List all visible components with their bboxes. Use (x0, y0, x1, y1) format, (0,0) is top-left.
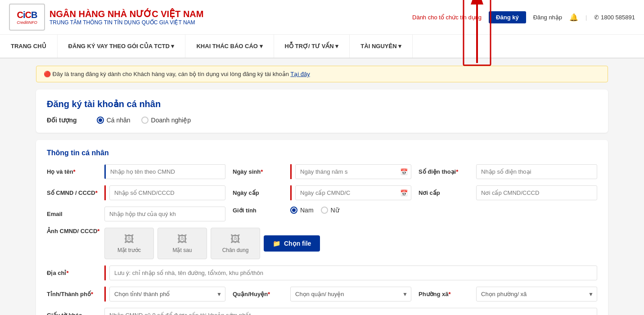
phone-label: ✆ 1800 585891 (594, 14, 635, 21)
ngay-sinh-input-wrapper: 📅 (290, 164, 411, 179)
chan-dung-box[interactable]: 🖼 Chân dung (211, 228, 260, 259)
quan-huyen-label: Quận/Huyện* (233, 291, 287, 297)
nav-ho-tro[interactable]: HỖ TRỢ/ TƯ VẤN ▾ (274, 35, 350, 58)
registration-card: Đăng ký tài khoản cá nhân Đối tượng Cá n… (36, 90, 608, 133)
main-content: 🔴 Đây là trang đăng ký dành cho Khách hà… (0, 58, 644, 315)
img-boxes: 🖼 Mặt trước 🖼 Mặt sau 🖼 Chân dung 📁 Chọn… (104, 228, 320, 259)
bank-sub: TRUNG TÂM THÔNG TIN TÍN DỤNG QUỐC GIA VI… (50, 19, 203, 26)
ngay-sinh-group: Ngày sinh* 📅 (233, 164, 411, 179)
logo-area: CiCB CreditINFO NGÂN HÀNG NHÀ NƯỚC VIỆT … (9, 4, 203, 31)
header-top: CiCB CreditINFO NGÂN HÀNG NHÀ NƯỚC VIỆT … (0, 0, 644, 35)
radio-nu-circle (321, 207, 328, 214)
ho-ten-input[interactable] (104, 164, 225, 179)
quan-huyen-select[interactable]: Chọn quận/ huyện (290, 287, 411, 302)
row-2: Số CMND / CCCD* Ngày cấp 📅 Nơi cấp (47, 185, 597, 200)
radio-nam-circle (290, 207, 297, 214)
tinh-tp-select-wrapper: Chọn tỉnh/ thành phố ▼ (104, 287, 225, 302)
email-group: Email (47, 207, 225, 221)
doi-tuong-label: Đối tượng (47, 117, 77, 124)
tinh-tp-group: Tỉnh/Thành phố* Chọn tỉnh/ thành phố ▼ (47, 287, 225, 302)
nav-trang-chu[interactable]: TRANG CHỦ (0, 35, 58, 58)
nav-tai-nguyen[interactable]: TÀI NGUYÊN ▾ (350, 35, 413, 58)
so-cmnd-input[interactable] (109, 185, 225, 200)
chan-dung-icon: 🖼 (230, 234, 240, 245)
noi-cap-label: Nơi cấp (419, 189, 473, 196)
so-dt-input-wrapper (476, 164, 597, 179)
row-3: Email Giới tính Nam Nữ (47, 207, 597, 221)
navbar: TRANG CHỦ ĐĂNG KÝ VAY THEO GÓI CỦA TCTD … (0, 35, 644, 58)
mat-truoc-icon: 🖼 (124, 234, 134, 245)
giay-to-khac-input[interactable] (104, 308, 597, 315)
radio-nu[interactable]: Nữ (321, 207, 339, 214)
mat-truoc-label: Mặt trước (117, 247, 141, 253)
giay-to-khac-row: Giấy tờ khác (47, 308, 597, 315)
ho-ten-label: Họ và tên* (47, 168, 101, 175)
email-input-wrapper (104, 207, 225, 221)
folder-icon: 📁 (273, 240, 280, 247)
dia-chi-input-wrapper (104, 266, 597, 280)
notice-link[interactable]: Tại đây (290, 71, 310, 77)
ngay-cap-calendar-icon[interactable]: 📅 (400, 189, 408, 197)
chan-dung-label: Chân dung (222, 247, 249, 253)
ngay-sinh-input[interactable] (295, 164, 411, 179)
form-title: Đăng ký tài khoản cá nhân (47, 99, 597, 109)
phuong-xa-label: Phường xã* (419, 291, 473, 297)
gioi-tinh-options: Nam Nữ (290, 207, 339, 214)
section-title: Thông tin cá nhân (47, 149, 597, 157)
radio-ca-nhan-circle (97, 117, 104, 124)
so-cmnd-input-wrapper (104, 185, 225, 200)
giay-to-khac-group: Giấy tờ khác (47, 308, 597, 315)
mat-sau-label: Mặt sau (172, 247, 192, 253)
email-input[interactable] (104, 207, 225, 221)
chon-file-button[interactable]: 📁 Chọn file (264, 235, 320, 252)
logo-box: CiCB CreditINFO (9, 4, 45, 31)
doanh-nghiep-label: Doanh nghiệp (151, 117, 191, 124)
radio-doanh-nghiep-circle (141, 117, 149, 124)
dangky-button[interactable]: Đăng ký (489, 11, 526, 23)
so-dt-input[interactable] (476, 164, 597, 179)
ho-ten-input-wrapper (104, 164, 225, 179)
danh-cho-label: Dành cho tổ chức tín dụng (412, 14, 482, 21)
header-right: Dành cho tổ chức tín dụng Đăng ký Đăng n… (412, 11, 635, 23)
phuong-xa-select[interactable]: Chọn phường/ xã (476, 287, 597, 302)
noi-cap-group: Nơi cấp (419, 185, 597, 200)
dia-chi-input[interactable] (109, 266, 597, 280)
ngay-cap-input[interactable] (295, 185, 411, 200)
notice-text: 🔴 Đây là trang đăng ký dành cho Khách hà… (44, 71, 290, 77)
so-dt-group: Số điện thoại* (419, 164, 597, 179)
creditinfo-label: CreditINFO (17, 20, 37, 25)
nav-khai-thac[interactable]: KHAI THÁC BÁO CÁO ▾ (185, 35, 274, 58)
ca-nhan-label: Cá nhân (107, 117, 131, 124)
ngay-cap-group: Ngày cấp 📅 (233, 185, 411, 200)
quan-huyen-select-wrapper: Chọn quận/ huyện ▼ (290, 287, 411, 302)
doi-tuong-row: Đối tượng Cá nhân Doanh nghiệp (47, 117, 597, 124)
logo-text: NGÂN HÀNG NHÀ NƯỚC VIỆT NAM TRUNG TÂM TH… (50, 9, 203, 26)
chon-file-label: Chọn file (284, 240, 311, 247)
tinh-tp-label: Tỉnh/Thành phố* (47, 291, 101, 297)
bell-icon[interactable]: 🔔 (569, 13, 578, 22)
phuong-xa-group: Phường xã* Chọn phường/ xã ▼ (419, 287, 597, 302)
mat-truoc-box[interactable]: 🖼 Mặt trước (104, 228, 154, 259)
noi-cap-input-wrapper (476, 185, 597, 200)
gioi-tinh-label: Giới tính (233, 207, 287, 214)
tinh-tp-select[interactable]: Chọn tỉnh/ thành phố (109, 287, 225, 302)
mat-sau-box[interactable]: 🖼 Mặt sau (158, 228, 207, 259)
radio-doanh-nghiep[interactable]: Doanh nghiệp (141, 117, 191, 124)
dia-chi-label: Địa chỉ* (47, 270, 101, 276)
giay-to-khac-input-wrapper (104, 308, 597, 315)
radio-nam[interactable]: Nam (290, 207, 314, 214)
bank-name: NGÂN HÀNG NHÀ NƯỚC VIỆT NAM (50, 9, 203, 19)
noi-cap-input[interactable] (476, 185, 597, 200)
nav-dangky-vay[interactable]: ĐĂNG KÝ VAY THEO GÓI CỦA TCTD ▾ (58, 35, 186, 58)
anh-cmnd-row: Ảnh CMND/ CCCD* 🖼 Mặt trước 🖼 Mặt sau 🖼 … (47, 228, 597, 259)
nu-label: Nữ (331, 207, 339, 214)
ngay-sinh-calendar-icon[interactable]: 📅 (400, 168, 408, 176)
mat-sau-icon: 🖼 (177, 234, 187, 245)
dangnhap-button[interactable]: Đăng nhập (533, 14, 562, 21)
tinh-quan-phuong-row: Tỉnh/Thành phố* Chọn tỉnh/ thành phố ▼ Q… (47, 287, 597, 302)
ngay-sinh-label: Ngày sinh* (233, 168, 287, 175)
radio-ca-nhan[interactable]: Cá nhân (97, 117, 131, 124)
so-cmnd-group: Số CMND / CCCD* (47, 185, 225, 200)
giay-to-khac-label: Giấy tờ khác (47, 312, 101, 315)
email-label: Email (47, 211, 101, 217)
